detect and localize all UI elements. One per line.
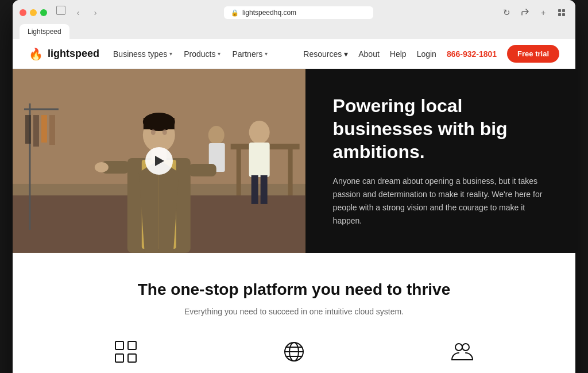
lock-icon: 🔒 [231,9,239,17]
tab-title: Lightspeed [28,28,61,36]
svg-rect-18 [252,175,258,204]
address-box[interactable]: 🔒 lightspeedhq.com [224,6,373,19]
svg-rect-9 [25,115,31,144]
nav-products-label: Products [184,49,215,59]
nav-login-label: Login [417,49,436,59]
minimize-button[interactable] [30,9,37,16]
svg-point-31 [163,129,167,135]
nav-links-left: Business types ▾ Products ▾ Partners ▾ [113,49,268,59]
feature-simplify: Simplify complex operations [47,339,204,373]
browser-window: ‹ › 🔒 lightspeedhq.com ↻ + [13,0,575,373]
browser-titlebar: ‹ › 🔒 lightspeedhq.com ↻ + [20,6,568,20]
refresh-button[interactable]: ↻ [500,6,513,20]
nav-partners-label: Partners [232,49,262,59]
website-content: 🔥 lightspeed Business types ▾ Products ▾… [13,39,575,373]
svg-rect-11 [41,115,47,143]
svg-rect-0 [558,9,561,12]
logo-flame-icon: 🔥 [29,47,43,61]
browser-chrome: ‹ › 🔒 lightspeedhq.com ↻ + [13,0,575,39]
nav-products[interactable]: Products ▾ [184,49,220,59]
free-trial-button[interactable]: Free trial [507,45,559,63]
browser-addressbar: 🔒 lightspeedhq.com [107,6,490,19]
svg-rect-36 [128,341,136,349]
svg-rect-1 [562,9,565,12]
nav-resources[interactable]: Resources ▾ [303,49,348,59]
people-icon [450,339,475,364]
svg-rect-15 [288,149,293,195]
forward-button[interactable]: › [88,6,102,20]
phone-number[interactable]: 866-932-1801 [447,49,497,59]
chevron-down-icon: ▾ [218,51,220,57]
svg-rect-12 [49,115,55,145]
nav-help-label: Help [390,49,407,59]
svg-point-16 [249,121,270,144]
chevron-down-icon: ▾ [265,51,268,57]
svg-rect-33 [189,164,216,176]
extensions-button[interactable] [555,6,568,20]
nav-resources-label: Resources [303,49,342,59]
nav-partners[interactable]: Partners ▾ [232,49,268,59]
hero-image [13,69,305,253]
share-button[interactable] [518,6,532,20]
svg-point-44 [455,344,462,351]
traffic-lights [20,9,47,16]
svg-rect-2 [558,13,561,16]
nav-left: 🔥 lightspeed Business types ▾ Products ▾… [29,47,268,61]
chevron-down-icon: ▾ [169,51,172,57]
chevron-down-icon: ▾ [344,49,348,59]
url-display: lightspeedhq.com [242,9,296,17]
svg-rect-35 [115,341,123,349]
svg-point-34 [95,162,109,172]
hero-text: Powering local businesses with big ambit… [333,94,548,228]
logo-text: lightspeed [48,48,99,60]
platform-section: The one-stop platform you need to thrive… [13,253,575,373]
hero-body: Anyone can dream about opening a busines… [333,175,548,228]
svg-rect-19 [261,175,268,204]
nav-business-types-label: Business types [113,49,167,59]
nav-business-types[interactable]: Business types ▾ [113,49,172,59]
svg-rect-14 [237,149,241,195]
nav-right: Resources ▾ About Help Login 866-932-180… [303,45,559,63]
browser-tabs: Lightspeed [20,24,568,39]
hero-heading: Powering local businesses with big ambit… [333,94,548,163]
close-button[interactable] [20,9,26,16]
window-layout-icon [56,6,65,15]
svg-rect-10 [33,115,39,147]
svg-point-45 [462,344,469,351]
feature-customer: Provide exceptional customer [384,339,541,373]
platform-subtitle: Everything you need to succeed in one in… [47,307,541,316]
browser-actions: ↻ + [500,6,568,20]
hero-section: Powering local businesses with big ambit… [13,69,575,253]
svg-rect-37 [115,354,123,362]
nav-login[interactable]: Login [417,49,436,59]
play-icon [155,156,164,166]
active-tab[interactable]: Lightspeed [20,24,69,39]
play-button[interactable] [145,147,173,175]
svg-rect-29 [144,118,175,129]
browser-controls: ‹ › [56,6,102,20]
globe-icon [281,339,307,364]
back-button[interactable]: ‹ [71,6,85,20]
grid-icon [113,339,138,364]
navbar: 🔥 lightspeed Business types ▾ Products ▾… [13,39,575,69]
svg-rect-17 [249,143,270,177]
logo[interactable]: 🔥 lightspeed [29,47,99,61]
svg-rect-3 [562,13,565,16]
nav-help[interactable]: Help [390,49,407,59]
platform-title: The one-stop platform you need to thrive [47,280,541,299]
features-row: Simplify complex operations Scale and g [47,339,541,373]
hero-dark-panel: Powering local businesses with big ambit… [305,69,575,253]
svg-point-30 [151,129,156,135]
nav-about[interactable]: About [358,49,380,59]
nav-about-label: About [358,49,380,59]
maximize-button[interactable] [40,9,47,16]
svg-point-20 [208,126,225,144]
svg-rect-38 [128,354,136,362]
feature-scale: Scale and grow your business [215,339,372,373]
add-tab-button[interactable]: + [536,6,550,20]
